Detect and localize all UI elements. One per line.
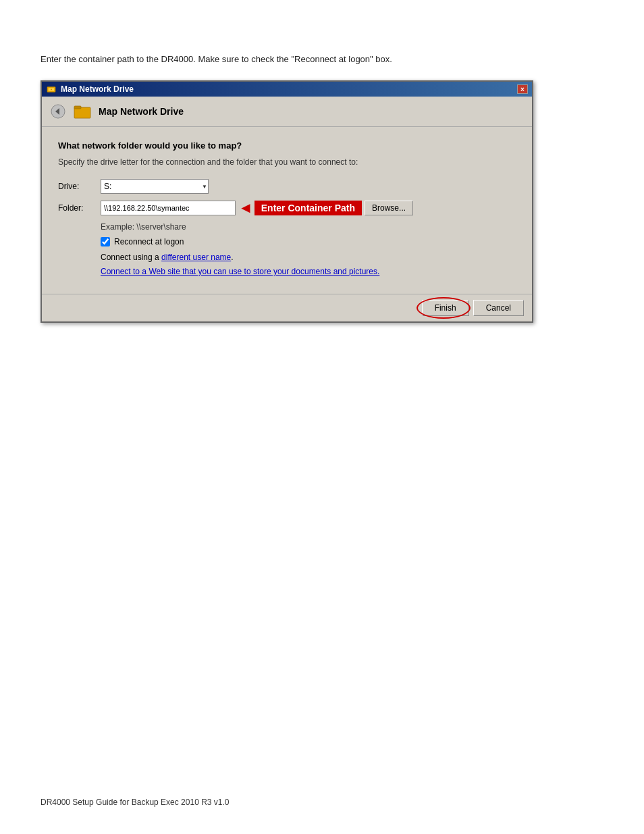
drive-label: Drive:: [58, 182, 95, 191]
example-text: Example: \\server\share: [101, 222, 516, 232]
connect-web-link[interactable]: Connect to a Web site that you can use t…: [101, 267, 379, 276]
browse-button[interactable]: Browse...: [365, 201, 413, 215]
folder-input-group: ◄ Enter Container Path Browse...: [101, 201, 413, 215]
connect-web-row: Connect to a Web site that you can use t…: [101, 266, 516, 276]
page-wrapper: Enter the container path to the DR4000. …: [0, 0, 644, 350]
dialog-body: What network folder would you like to ma…: [42, 127, 532, 294]
finish-button-wrapper: Finish: [422, 300, 469, 316]
folder-row: Folder: ◄ Enter Container Path Browse...: [58, 201, 516, 215]
close-button[interactable]: ×: [517, 84, 528, 94]
page-footer: DR4000 Setup Guide for Backup Exec 2010 …: [41, 798, 230, 807]
body-description: Specify the drive letter for the connect…: [58, 157, 516, 167]
finish-button[interactable]: Finish: [422, 300, 469, 316]
back-icon: [50, 103, 66, 120]
cancel-button[interactable]: Cancel: [473, 300, 524, 316]
header-title: Map Network Drive: [99, 106, 184, 117]
dialog-window: Map Network Drive × Map Network Drive: [41, 80, 533, 323]
folder-input[interactable]: [101, 201, 236, 215]
titlebar-left: Map Network Drive: [46, 84, 134, 95]
dialog-titlebar: Map Network Drive ×: [42, 82, 532, 97]
dialog-header-bar: Map Network Drive: [42, 97, 532, 127]
dialog-title: Map Network Drive: [61, 84, 134, 94]
svg-point-2: [51, 89, 52, 90]
body-heading: What network folder would you like to ma…: [58, 140, 516, 151]
drive-row: Drive: S: T: U: V: ▼: [58, 179, 516, 194]
reconnect-label: Reconnect at logon: [114, 237, 184, 246]
svg-rect-6: [74, 106, 81, 109]
drive-select[interactable]: S: T: U: V:: [101, 179, 209, 194]
connect-different-text: Connect using a different user name.: [101, 253, 234, 262]
different-user-link[interactable]: different user name: [161, 253, 231, 262]
arrow-indicator-icon: ◄: [238, 201, 253, 215]
connect-different-row: Connect using a different user name.: [101, 252, 516, 262]
intro-text: Enter the container path to the DR4000. …: [41, 54, 603, 64]
network-drive-icon: [46, 84, 57, 95]
folder-label: Folder:: [58, 203, 95, 213]
reconnect-row: Reconnect at logon: [101, 237, 516, 246]
enter-container-path-label: Enter Container Path: [254, 201, 362, 215]
reconnect-checkbox[interactable]: [101, 237, 110, 246]
drive-select-wrapper: S: T: U: V: ▼: [101, 179, 209, 194]
folder-icon: [73, 102, 92, 121]
dialog-footer: Finish Cancel: [42, 294, 532, 321]
